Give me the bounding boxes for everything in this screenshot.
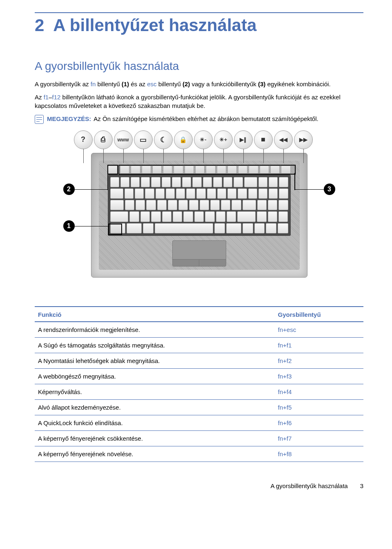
table-row: Képernyőváltás.fn+f4: [35, 384, 363, 399]
col-hotkey: Gyorsbillentyű: [275, 307, 363, 322]
footer-page-number: 3: [360, 482, 363, 489]
glyph: ◀◀: [279, 137, 287, 143]
cell-hotkey: fn+f2: [275, 353, 363, 368]
bubble-next-track-icon: ▶▶: [294, 130, 313, 149]
text: –: [49, 94, 52, 101]
callout-number: 1: [67, 222, 71, 230]
ref-2: (2): [183, 81, 190, 87]
paragraph-2: Az f1–f12 billentyűkön látható ikonok a …: [35, 93, 363, 110]
text: és az: [129, 81, 147, 87]
cell-hotkey: fn+f4: [275, 384, 363, 399]
glyph: ☀-: [200, 137, 206, 143]
bubble-display-icon: ▭: [134, 130, 153, 149]
esc-key-highlight: [107, 165, 118, 175]
callout-number: 2: [67, 186, 71, 193]
text: vagy a funkcióbillentyűk: [190, 81, 258, 87]
callout-number: 3: [327, 186, 331, 193]
text: A gyorsbillentyűk az: [35, 81, 91, 87]
cell-hotkey: fn+f3: [275, 368, 363, 384]
touchpad-left-button: [173, 259, 199, 266]
cell-function: A rendszerinformációk megjelenítése.: [35, 322, 275, 338]
bubble-lock-icon: 🔒: [174, 130, 193, 149]
cell-function: A képernyő fényerejének csökkentése.: [35, 430, 275, 446]
cell-function: A képernyő fényerejének növelése.: [35, 446, 275, 462]
table-row: Alvó állapot kezdeményezése.fn+f5: [35, 399, 363, 415]
chapter-heading: 2 A billentyűzet használata: [35, 16, 363, 35]
bubble-stop-icon: ■: [254, 130, 273, 149]
cell-hotkey: fn+esc: [275, 322, 363, 338]
glyph: ⎙: [101, 135, 105, 144]
glyph: www: [117, 137, 129, 143]
callout-2: 2: [63, 184, 75, 195]
cell-hotkey: fn+f5: [275, 399, 363, 415]
section-title: A gyorsbillentyűk használata: [35, 60, 363, 73]
top-rule: [35, 12, 363, 13]
fn-key-highlight: [108, 224, 122, 235]
col-function: Funkció: [35, 307, 275, 322]
cell-function: A QuickLock funkció elindítása.: [35, 415, 275, 430]
note-label: MEGJEGYZÉS:: [47, 115, 91, 122]
note-block: MEGJEGYZÉS:Az Ön számítógépe kismértékbe…: [35, 115, 363, 124]
bubble-brightness-up-icon: ☀+: [214, 130, 233, 149]
cell-hotkey: fn+f8: [275, 446, 363, 462]
bubble-www-icon: www: [114, 130, 133, 149]
table-row: A QuickLock funkció elindítása.fn+f6: [35, 415, 363, 430]
note-body: MEGJEGYZÉS:Az Ön számítógépe kismértékbe…: [47, 115, 363, 123]
cell-hotkey: fn+f6: [275, 415, 363, 430]
cell-function: Alvó állapot kezdeményezése.: [35, 399, 275, 415]
table-row: A Nyomtatási lehetőségek ablak megnyitás…: [35, 353, 363, 368]
bubble-brightness-down-icon: ☀-: [194, 130, 213, 149]
cell-function: A Nyomtatási lehetőségek ablak megnyitás…: [35, 353, 275, 368]
touchpad: [172, 240, 226, 267]
note-icon: [35, 115, 44, 124]
note-text: Az Ön számítógépe kismértékben eltérhet …: [94, 115, 318, 122]
glyph: ▭: [140, 135, 147, 144]
table-row: A képernyő fényerejének növelése.fn+f8: [35, 446, 363, 462]
cell-hotkey: fn+f7: [275, 430, 363, 446]
callout-3-line-v: [294, 173, 295, 190]
text: egyikének kombinációi.: [265, 81, 330, 87]
hotkey-bubble-row: ? ⎙ www ▭ ☾ 🔒 ☀- ☀+ ▶‖ ■ ◀◀ ▶▶: [74, 130, 313, 149]
text: Az: [35, 94, 44, 101]
glyph: ?: [81, 135, 85, 144]
keyword-f1: f1: [44, 94, 49, 101]
keyword-esc: esc: [147, 81, 156, 87]
table-row: A webböngésző megnyitása.fn+f3: [35, 368, 363, 384]
text: billentyű: [157, 81, 183, 87]
keyword-fn: fn: [91, 81, 96, 87]
bubble-print-icon: ⎙: [94, 130, 113, 149]
callout-1: 1: [63, 220, 75, 232]
bubble-sleep-icon: ☾: [154, 130, 173, 149]
callout-2-line: [75, 189, 107, 190]
text: billentyűkön látható ikonok a gyorsbille…: [35, 94, 341, 109]
cell-hotkey: fn+f1: [275, 337, 363, 353]
table-row: A rendszerinformációk megjelenítése.fn+e…: [35, 322, 363, 338]
cell-function: A Súgó és támogatás szolgáltatás megnyit…: [35, 337, 275, 353]
table-row: A Súgó és támogatás szolgáltatás megnyit…: [35, 337, 363, 353]
page-footer: A gyorsbillentyűk használata 3: [35, 482, 363, 489]
callout-3: 3: [324, 184, 335, 195]
cell-function: Képernyőváltás.: [35, 384, 275, 399]
chapter-number: 2: [35, 16, 44, 35]
table-row: A képernyő fényerejének csökkentése.fn+f…: [35, 430, 363, 446]
keyword-f12: f12: [52, 94, 61, 101]
footer-section-title: A gyorsbillentyűk használata: [270, 482, 347, 489]
callout-2-line-v: [107, 173, 108, 190]
function-keys-highlight: [118, 165, 296, 175]
callout-3-line: [295, 189, 324, 190]
ref-3: (3): [258, 81, 265, 87]
bubble-prev-track-icon: ◀◀: [274, 130, 293, 149]
chapter-title: A billentyűzet használata: [53, 16, 256, 35]
paragraph-1: A gyorsbillentyűk az fn billentyű (1) és…: [35, 80, 363, 88]
document-page: 2 A billentyűzet használata A gyorsbille…: [0, 0, 392, 506]
glyph: ▶‖: [240, 137, 247, 143]
glyph: ■: [261, 135, 265, 144]
keyboard-well: [108, 175, 291, 236]
table-header-row: Funkció Gyorsbillentyű: [35, 307, 363, 322]
callout-1-line: [75, 226, 108, 227]
keyboard-illustration: ? ⎙ www ▭ ☾ 🔒 ☀- ☀+ ▶‖ ■ ◀◀ ▶▶: [67, 130, 332, 278]
text: billentyű: [96, 81, 121, 87]
glyph: ☀+: [219, 137, 227, 143]
touchpad-right-button: [199, 259, 226, 266]
ref-1: (1): [122, 81, 129, 87]
